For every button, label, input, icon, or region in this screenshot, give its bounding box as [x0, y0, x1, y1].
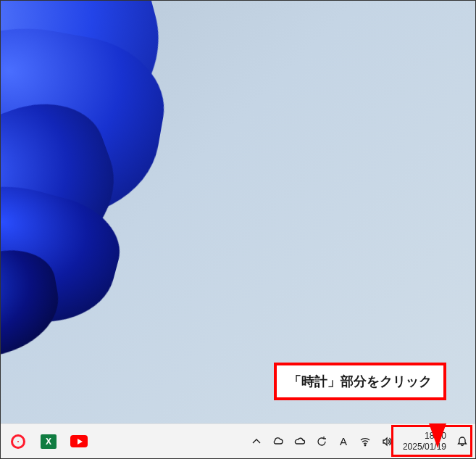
callout-text: 「時計」部分をクリック [288, 374, 432, 389]
onedrive-tray-button[interactable] [290, 427, 310, 456]
ime-label: A [340, 435, 347, 447]
svg-marker-0 [429, 423, 446, 448]
taskbar: X A 18:20 2025/01/19 [1, 423, 475, 458]
volume-tray-button[interactable] [377, 427, 397, 456]
opera-icon [11, 434, 25, 449]
desktop-wallpaper[interactable] [1, 1, 475, 424]
excel-app-button[interactable]: X [34, 427, 63, 456]
weather-tray-button[interactable] [268, 427, 288, 456]
notifications-button[interactable] [452, 427, 472, 456]
wifi-tray-button[interactable] [355, 427, 375, 456]
bell-icon [456, 436, 468, 447]
taskbar-pinned-apps: X [4, 424, 93, 458]
refresh-icon [316, 436, 327, 447]
cloud-icon [272, 436, 284, 447]
wifi-icon [359, 436, 371, 447]
onedrive-icon [294, 436, 306, 447]
ime-tray-button[interactable]: A [333, 427, 354, 456]
update-tray-button[interactable] [312, 427, 332, 456]
youtube-icon [70, 435, 88, 447]
wallpaper-bloom [1, 1, 247, 363]
speaker-icon [381, 436, 393, 447]
youtube-app-button[interactable] [64, 427, 93, 456]
excel-icon: X [41, 434, 57, 449]
opera-app-button[interactable] [4, 427, 33, 456]
chevron-up-icon [251, 436, 262, 447]
instruction-callout: 「時計」部分をクリック [274, 363, 446, 400]
tray-overflow-button[interactable] [246, 427, 267, 456]
svg-point-1 [364, 444, 366, 446]
